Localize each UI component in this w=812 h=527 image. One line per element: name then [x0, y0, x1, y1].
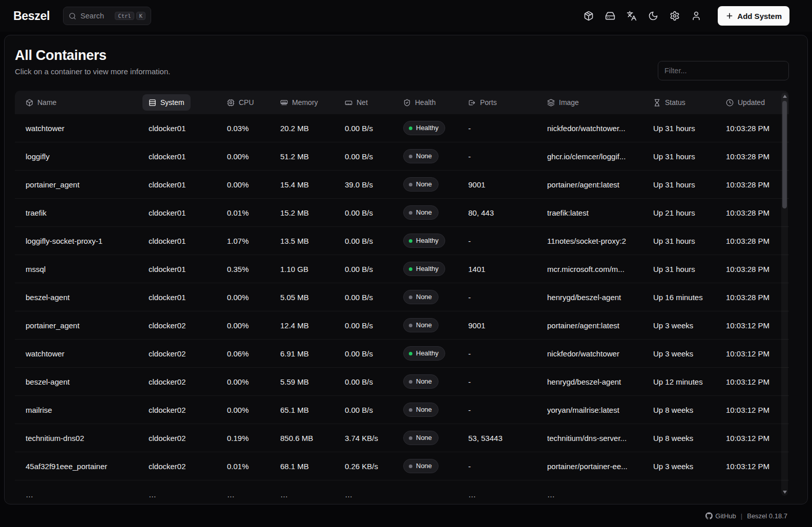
cpu-cell: 0.19% — [227, 434, 280, 442]
table-row[interactable]: loggiflycldocker010.00%51.2 MB0.00 B/sNo… — [15, 142, 789, 171]
rows-icon — [149, 99, 156, 107]
status-cell: Up 31 hours — [653, 152, 726, 161]
table-scrollbar[interactable] — [781, 93, 788, 496]
column-header-updated[interactable]: Updated — [726, 98, 789, 107]
image-cell: henrygd/beszel-agent — [547, 377, 653, 386]
status-cell: Up 31 hours — [653, 180, 726, 189]
health-cell: None — [403, 431, 468, 445]
main-panel: All Containers Click on a container to v… — [4, 35, 808, 504]
table-row[interactable]: mailrisecldocker020.00%65.1 MB0.00 B/sNo… — [15, 396, 789, 424]
cpu-cell: 0.35% — [227, 265, 280, 273]
net-cell: 0.00 B/s — [345, 208, 403, 217]
ports-cell: 53, 53443 — [468, 434, 547, 442]
search-shortcut: CtrlK — [115, 12, 145, 20]
health-dot-icon — [409, 324, 412, 327]
column-label-status: Status — [665, 98, 685, 107]
settings-icon — [670, 11, 680, 21]
name-cell: loggifly — [26, 152, 149, 161]
health-cell: None — [403, 149, 468, 163]
column-header-image[interactable]: Image — [547, 98, 653, 107]
table-row[interactable]: watchtowercldocker010.03%20.2 MB0.00 B/s… — [15, 114, 789, 142]
health-badge: None — [403, 459, 439, 473]
page-subtitle: Click on a container to view more inform… — [15, 67, 170, 76]
table-row[interactable]: mssqlcldocker010.35%1.10 GB0.00 B/sHealt… — [15, 255, 789, 283]
net-cell: … — [345, 490, 403, 498]
settings-button[interactable] — [665, 7, 684, 25]
name-cell: beszel-agent — [26, 377, 149, 386]
status-cell: Up 3 weeks — [653, 349, 726, 358]
language-button[interactable] — [622, 7, 641, 25]
scroll-down-arrow-icon[interactable] — [783, 491, 787, 494]
scroll-up-arrow-icon[interactable] — [783, 95, 787, 98]
health-badge: None — [403, 290, 439, 304]
filter-input[interactable] — [658, 61, 789, 80]
name-cell: watchtower — [26, 349, 149, 358]
shield-icon — [403, 99, 411, 107]
column-header-status[interactable]: Status — [653, 98, 726, 107]
layers-icon — [547, 99, 555, 107]
network-icon — [345, 99, 352, 107]
table-row[interactable]: watchtowercldocker020.06%6.91 MB0.00 B/s… — [15, 340, 789, 368]
image-cell: portainer/agent:latest — [547, 180, 653, 189]
github-link[interactable]: GitHub — [705, 512, 736, 520]
memory-cell: 5.59 MB — [280, 377, 345, 386]
table-row[interactable]: 45af32f91eee_portainercldocker020.01%68.… — [15, 452, 789, 480]
memory-cell: 850.6 MB — [280, 434, 345, 442]
memory-cell: 1.10 GB — [280, 265, 345, 273]
column-header-cpu[interactable]: CPU — [227, 98, 280, 107]
theme-toggle-button[interactable] — [644, 7, 662, 25]
column-header-memory[interactable]: Memory — [280, 98, 345, 107]
column-header-system[interactable]: System — [149, 94, 227, 111]
table-body: watchtowercldocker010.03%20.2 MB0.00 B/s… — [15, 114, 789, 498]
cpu-cell: … — [227, 490, 280, 498]
status-cell: Up 16 minutes — [653, 293, 726, 302]
health-badge: None — [403, 374, 439, 389]
add-system-button[interactable]: Add System — [718, 6, 789, 26]
net-cell: 0.00 B/s — [345, 349, 403, 358]
name-cell: technitium-dns02 — [26, 434, 149, 442]
table-row[interactable]: beszel-agentcldocker010.00%5.05 MB0.00 B… — [15, 283, 789, 311]
health-dot-icon — [409, 465, 412, 468]
table-row[interactable]: loggifly-socket-proxy-1cldocker011.07%13… — [15, 227, 789, 255]
table-row[interactable]: portainer_agentcldocker020.00%12.4 MB0.0… — [15, 311, 789, 340]
name-cell: watchtower — [26, 124, 149, 133]
updated-cell: 10:03:28 PM — [726, 265, 789, 273]
updated-cell: 10:03:28 PM — [726, 237, 789, 245]
net-cell: 3.74 KB/s — [345, 434, 403, 442]
column-label-image: Image — [559, 98, 579, 107]
system-cell: cldocker02 — [149, 377, 227, 386]
scrollbar-thumb[interactable] — [782, 101, 787, 208]
footer-separator: | — [741, 512, 742, 520]
system-cell: cldocker01 — [149, 180, 227, 189]
systems-button[interactable] — [579, 7, 598, 25]
column-header-name[interactable]: Name — [26, 98, 149, 107]
ports-cell: - — [468, 377, 547, 386]
table-row-partial[interactable]: ………………… — [15, 480, 789, 498]
image-cell: portainer/agent:latest — [547, 321, 653, 330]
cpu-cell: 0.00% — [227, 293, 280, 302]
image-cell: … — [547, 490, 653, 498]
user-icon — [691, 11, 701, 21]
table-row[interactable]: technitium-dns02cldocker020.19%850.6 MB3… — [15, 424, 789, 452]
user-menu-button[interactable] — [687, 7, 705, 25]
cpu-cell: 0.00% — [227, 180, 280, 189]
health-cell: Healthy — [403, 121, 468, 135]
table-row[interactable]: traefikcldocker010.01%15.2 MB0.00 B/sNon… — [15, 199, 789, 227]
memory-cell: 12.4 MB — [280, 321, 345, 330]
search-button[interactable]: Search CtrlK — [63, 7, 151, 25]
health-cell: None — [403, 318, 468, 332]
health-dot-icon — [409, 436, 412, 440]
column-label-name: Name — [37, 98, 56, 107]
status-cell: Up 3 weeks — [653, 462, 726, 471]
health-cell: None — [403, 403, 468, 417]
table-row[interactable]: portainer_agentcldocker010.00%15.4 MB39.… — [15, 171, 789, 199]
column-header-net[interactable]: Net — [345, 98, 403, 107]
table-row[interactable]: beszel-agentcldocker020.00%5.59 MB0.00 B… — [15, 368, 789, 396]
net-cell: 0.00 B/s — [345, 293, 403, 302]
containers-button[interactable] — [601, 7, 619, 25]
column-header-ports[interactable]: Ports — [468, 98, 547, 107]
memory-cell: 15.2 MB — [280, 208, 345, 217]
image-cell: yoryan/mailrise:latest — [547, 406, 653, 414]
column-header-health[interactable]: Health — [403, 98, 468, 107]
net-cell: 0.00 B/s — [345, 377, 403, 386]
